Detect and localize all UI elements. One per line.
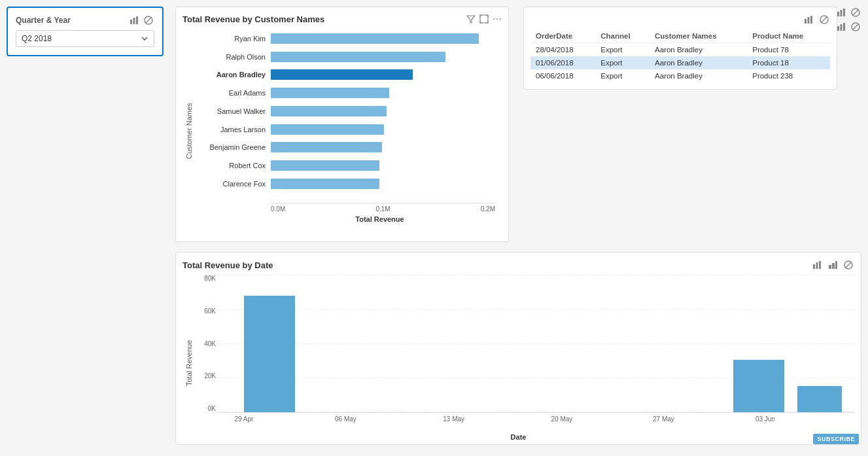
bar-chart-icon-bottom1[interactable]: [811, 259, 823, 271]
subscribe-button[interactable]: SUBSCRIBE: [813, 434, 859, 444]
svg-marker-5: [467, 16, 475, 23]
bar: [271, 88, 389, 98]
table-cell-orderDate: 06/06/2018: [530, 69, 595, 82]
bar-chart-icons: ⋯: [466, 14, 502, 24]
svg-rect-25: [829, 265, 831, 269]
bottom-chart-inner: Total Revenue 80K 60K 40K 20K 0K 29 Apr0…: [182, 275, 854, 432]
svg-rect-14: [843, 23, 845, 31]
data-table: OrderDate Channel Customer Names Product…: [530, 29, 830, 82]
bar-row[interactable]: Samuel Walker: [196, 104, 495, 118]
icon-row-1: [835, 7, 861, 18]
svg-rect-12: [837, 26, 839, 31]
x-tick-4: 27 May: [653, 415, 674, 423]
bar-row[interactable]: Clarence Fox: [196, 177, 495, 191]
bar-wrapper: [271, 67, 495, 82]
bar-chart-area: Customer Names Ryan KimRalph OlsonAaron …: [182, 29, 502, 213]
x-tick-0: 29 Apr: [234, 415, 253, 423]
more-icon[interactable]: ⋯: [493, 14, 502, 24]
bar-chart-y-label: Customer Names: [182, 29, 196, 213]
table-row[interactable]: 06/06/2018ExportAaron BradleyProduct 238: [530, 69, 830, 82]
table-cell-channel: Export: [595, 69, 650, 82]
bar-row[interactable]: Ryan Kim: [196, 31, 495, 46]
table-cell-product: Product 18: [747, 56, 830, 69]
y-tick-40k: 40K: [204, 340, 216, 347]
svg-rect-26: [832, 263, 835, 269]
grid-line-60k: [218, 309, 854, 309]
svg-line-11: [853, 10, 859, 16]
svg-rect-6: [480, 15, 488, 23]
bar-wrapper: [271, 177, 495, 191]
bar-label: James Larson: [196, 126, 271, 133]
filter-card-icons: [128, 14, 154, 26]
bottom-chart-plot: 29 Apr06 May13 May20 May27 May03 Jun: [218, 275, 854, 432]
bar-chart-icon-bottom2[interactable]: [827, 259, 839, 271]
block-icon-tr1[interactable]: [850, 7, 861, 18]
svg-line-21: [822, 17, 827, 23]
bar-wrapper: [271, 140, 495, 154]
bottom-x-title: Date: [182, 433, 854, 441]
svg-rect-7: [837, 12, 839, 16]
table-cell-product: Product 78: [747, 43, 830, 57]
bar-row[interactable]: Earl Adams: [196, 86, 495, 100]
svg-line-16: [853, 24, 859, 30]
x-tick-2: 0.2M: [481, 205, 495, 213]
bar-label: Benjamin Greene: [196, 143, 271, 151]
svg-rect-9: [843, 9, 845, 16]
svg-rect-13: [841, 24, 842, 31]
bar-row[interactable]: Robert Cox: [196, 158, 495, 173]
chevron-down-icon: [141, 35, 148, 43]
bar: [271, 160, 379, 171]
bar-label: Ryan Kim: [196, 35, 271, 43]
table-row[interactable]: 01/06/2018ExportAaron BradleyProduct 18: [530, 56, 830, 69]
bottom-chart-icons: [811, 259, 854, 271]
bar: [271, 179, 379, 189]
bar-label: Ralph Olson: [196, 53, 271, 61]
icon-row-2: [835, 21, 861, 33]
grid-line-80k: [218, 275, 854, 275]
svg-line-29: [846, 262, 852, 268]
bottom-y-label: Total Revenue: [182, 275, 196, 432]
block-icon[interactable]: [143, 14, 154, 26]
filter-card: Quarter & Year Q2 2018: [7, 7, 164, 56]
expand-icon[interactable]: [479, 14, 489, 24]
table-cell-customer: Aaron Bradley: [650, 43, 747, 57]
bar-row[interactable]: James Larson: [196, 122, 495, 137]
x-tick-5: 03 Jun: [755, 415, 775, 423]
bar-row[interactable]: Aaron Bradley: [196, 67, 495, 82]
bars-container: Ryan KimRalph OlsonAaron BradleyEarl Ada…: [196, 29, 502, 193]
filter-card-header: Quarter & Year: [16, 14, 154, 26]
col-customer: Customer Names: [650, 29, 747, 43]
x-tick-0: 0.0M: [271, 205, 285, 213]
filter-title: Quarter & Year: [16, 16, 71, 25]
bar-wrapper: [271, 122, 495, 137]
bar: [271, 124, 384, 135]
table-cell-customer: Aaron Bradley: [650, 69, 747, 82]
bar-row[interactable]: Ralph Olson: [196, 50, 495, 64]
filter-icon[interactable]: [466, 14, 476, 24]
block-icon-bottom[interactable]: [842, 259, 854, 271]
y-tick-80k: 80K: [204, 275, 216, 282]
bottom-chart-title: Total Revenue by Date: [182, 260, 273, 270]
col-orderdate: OrderDate: [530, 29, 595, 43]
bar-chart-icon-table[interactable]: [803, 14, 814, 26]
bottom-bar: [244, 296, 295, 412]
block-icon-tr2[interactable]: [850, 21, 861, 33]
y-tick-60k: 60K: [204, 307, 216, 315]
bar-chart-icon[interactable]: [128, 14, 140, 26]
y-tick-0k: 0K: [208, 405, 216, 412]
svg-rect-18: [808, 17, 810, 24]
quarter-year-dropdown[interactable]: Q2 2018: [16, 30, 154, 47]
x-tick-2: 13 May: [443, 415, 464, 423]
x-tick-1: 06 May: [335, 415, 356, 423]
bar-label: Clarence Fox: [196, 180, 271, 188]
bar-row[interactable]: Benjamin Greene: [196, 140, 495, 154]
bar-chart-card: Total Revenue by Customer Names ⋯ Custom…: [175, 7, 509, 242]
bar: [271, 106, 387, 116]
block-icon-table[interactable]: [818, 14, 830, 26]
table-row[interactable]: 28/04/2018ExportAaron BradleyProduct 78: [530, 43, 830, 57]
bottom-chart-header: Total Revenue by Date: [182, 259, 854, 271]
bar: [271, 52, 445, 62]
bar-chart-title: Total Revenue by Customer Names: [182, 14, 324, 24]
bar: [271, 142, 382, 152]
x-axis-bottom: 29 Apr06 May13 May20 May27 May03 Jun: [218, 412, 854, 432]
